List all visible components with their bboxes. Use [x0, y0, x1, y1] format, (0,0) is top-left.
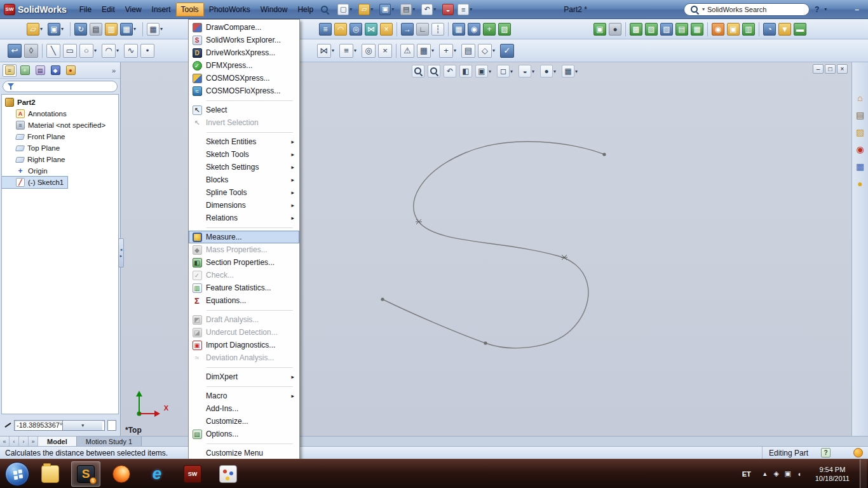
tree-item-origin[interactable]: + Origin [2, 165, 51, 177]
menu-item-undercut-detection[interactable]: ◪ Undercut Detection... [189, 326, 299, 339]
scene-editor-icon[interactable]: ▦ [689, 22, 705, 36]
displaymanager-tab[interactable]: ● [64, 64, 78, 77]
trim-entities-icon[interactable]: × [379, 22, 394, 36]
tab-scroll-button[interactable]: « [0, 437, 10, 446]
screen-capture-icon[interactable]: ▣ [592, 22, 607, 36]
dimension-value-box[interactable]: -18.38953367° [14, 420, 105, 431]
dimension-dropdown-button[interactable] [62, 421, 102, 430]
menu-item-dfmxpress[interactable]: ✓ DFMXpress... [189, 59, 299, 72]
menu-item-section-properties[interactable]: ◧ Section Properties... [189, 256, 299, 269]
design-library-icon[interactable]: ▤ [854, 109, 867, 121]
display-style-icon[interactable]: ◻ ▾ [496, 64, 517, 78]
move-entities-icon[interactable]: + [482, 22, 497, 36]
rebuild-icon[interactable]: ◒ [441, 3, 455, 16]
close-button[interactable]: × [837, 64, 848, 74]
zoom-to-fit-icon[interactable] [410, 64, 426, 78]
panel-flyout-chevron-icon[interactable]: » [110, 67, 118, 74]
menu-insert[interactable]: Insert [147, 3, 176, 17]
record-video-icon[interactable]: ● [607, 22, 623, 36]
display-icon[interactable]: ▣ [782, 470, 794, 478]
menu-item-customize[interactable]: Customize... [189, 415, 299, 428]
language-indicator[interactable]: ET [738, 468, 756, 480]
start-button[interactable] [5, 462, 29, 486]
copy-entities-icon[interactable]: ▤ [88, 22, 104, 36]
help-button[interactable]: ? [811, 5, 823, 14]
search-input[interactable]: ▾ SolidWorks Search [684, 3, 810, 16]
spline-icon[interactable]: ∿ [123, 43, 139, 58]
menu-window[interactable]: Window [255, 3, 293, 17]
tab-scroll-button[interactable]: ‹ [10, 437, 19, 446]
construction-geometry-icon[interactable]: ┆ [430, 22, 445, 36]
exit-sketch-icon[interactable]: ↩ [6, 43, 23, 58]
zoom-to-area-icon[interactable] [426, 64, 442, 78]
dimxpertmanager-tab[interactable]: ◆ [48, 64, 62, 77]
viewports-icon[interactable]: ▦ ▾ [119, 22, 140, 36]
tree-item-sketch1[interactable]: ╱ (-) Sketch1 [2, 177, 67, 188]
propertymanager-tab[interactable]: + [18, 64, 32, 77]
solidworks-resources-icon[interactable]: ◉ [854, 143, 867, 156]
filter-input[interactable] [3, 81, 118, 92]
menu-item-cosmosfloxpress[interactable]: ≈ COSMOSFloXpress... [189, 85, 299, 97]
taskbar-windows-explorer[interactable] [36, 461, 65, 487]
extend-entities-icon[interactable]: → [400, 22, 415, 36]
action-center-icon[interactable]: ◈ [771, 470, 782, 478]
hide-show-items-icon[interactable]: ◒ ▾ [517, 64, 538, 78]
menu-item-options[interactable]: ▤ Options... [189, 428, 299, 440]
appearances-pane-icon[interactable]: ● [854, 177, 867, 190]
render-to-file-icon[interactable]: ▤ [674, 22, 689, 36]
photoworks-options-icon[interactable]: ▥ [741, 22, 756, 36]
menu-item-deviation-analysis[interactable]: ≈ Deviation Analysis... [189, 351, 299, 364]
sketch-picture-icon[interactable]: ▨ [497, 22, 512, 36]
line-icon[interactable]: ╲ [45, 43, 62, 58]
tree-item-annotations[interactable]: A Annotations [2, 108, 71, 119]
menu-item-driveworksxpress[interactable]: D DriveWorksXpress... [189, 46, 299, 59]
menu-item-dimxpert[interactable]: DimXpert ▸ [189, 370, 299, 383]
menu-item-customize-menu[interactable]: Customize Menu [189, 447, 299, 459]
tree-item-right-plane[interactable]: Right Plane [2, 154, 69, 165]
point-icon[interactable]: • [139, 43, 156, 58]
taskbar-internet-explorer[interactable]: e [142, 461, 172, 487]
menu-item-invert-selection[interactable]: ↖ Invert Selection [189, 116, 299, 129]
circular-sketch-pattern-icon[interactable]: ◉ [466, 22, 482, 36]
menu-edit[interactable]: Edit [97, 3, 120, 17]
menu-item-relations[interactable]: Relations ▸ [189, 212, 299, 224]
menu-item-import-diagnostics[interactable]: ▣ Import Diagnostics... [189, 339, 299, 351]
print-icon[interactable]: ▤ ▾ [399, 3, 419, 16]
render-last-icon[interactable]: ▧ [659, 22, 674, 36]
new-document-icon[interactable]: ▢ ▾ [336, 3, 356, 16]
menu-item-sketch-tools[interactable]: Sketch Tools ▸ [189, 148, 299, 161]
menu-item-draft-analysis[interactable]: ◩ Draft Analysis... [189, 313, 299, 326]
menu-item-feature-statistics[interactable]: ▥ Feature Statistics... [189, 281, 299, 294]
home-icon[interactable]: ⌂ [854, 92, 867, 104]
offset-entities-icon[interactable]: ◎ [348, 22, 363, 36]
mirror-entities-icon[interactable]: ⋈ ▾ [316, 43, 338, 58]
circle-icon[interactable]: ○ ▾ [78, 43, 100, 58]
menu-search-icon[interactable] [320, 4, 330, 15]
collapse-toolbar-button[interactable]: – [855, 5, 859, 14]
previous-view-icon[interactable]: ↶ [442, 64, 458, 78]
configurationmanager-tab[interactable]: ▤ [33, 64, 47, 77]
undo-icon[interactable]: ↶ ▾ [420, 3, 440, 16]
status-help-icon[interactable]: ? [821, 448, 831, 458]
view-orientation-icon[interactable]: ▣ ▾ [474, 64, 495, 78]
menu-help[interactable]: Help [292, 3, 318, 17]
trim-entities-icon[interactable]: × [377, 43, 393, 58]
tab-motion-study-1[interactable]: Motion Study 1 [77, 437, 142, 446]
tab-model[interactable]: Model [38, 437, 77, 446]
tab-scroll-button[interactable]: › [19, 437, 29, 446]
mirror-entities-icon[interactable]: ⋈ [363, 22, 379, 36]
scene-icon[interactable]: ▦ ▾ [560, 64, 581, 78]
menu-item-macro[interactable]: Macro ▸ [189, 390, 299, 402]
menu-item-measure[interactable]: Measure... [189, 231, 299, 243]
panel-splitter[interactable] [118, 238, 124, 268]
rotate-view-icon[interactable]: ↻ [73, 22, 88, 36]
render-manager-icon[interactable]: ▬ [792, 22, 808, 36]
menu-tools[interactable]: Tools [176, 3, 204, 17]
menu-photoworks[interactable]: PhotoWorks [204, 3, 255, 17]
display-pane-icon[interactable]: ▣ ▾ [46, 22, 67, 36]
render-icon[interactable]: ▩ [628, 22, 644, 36]
linear-sketch-pattern-icon[interactable]: ▦ ▾ [416, 43, 438, 58]
section-view-icon[interactable]: ◧ [458, 64, 473, 78]
quick-snaps-icon[interactable]: ◇ ▾ [477, 43, 499, 58]
rectangle-icon[interactable]: ▭ [62, 43, 78, 58]
